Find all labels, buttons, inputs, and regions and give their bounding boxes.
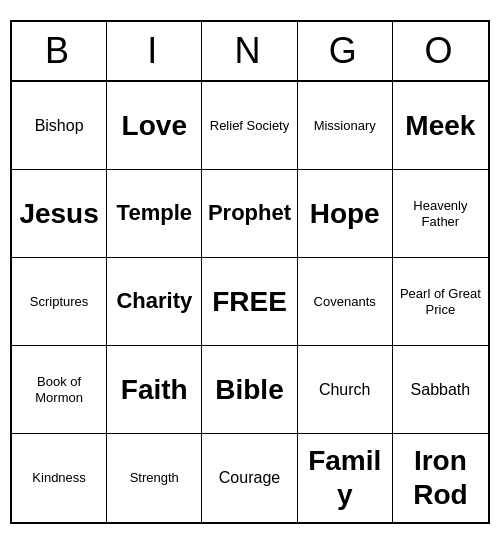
bingo-cell[interactable]: Bishop bbox=[12, 82, 107, 170]
cell-text: Kindness bbox=[32, 470, 85, 486]
cell-text: Family bbox=[302, 444, 388, 511]
bingo-cell[interactable]: Book of Mormon bbox=[12, 346, 107, 434]
bingo-cell[interactable]: Love bbox=[107, 82, 202, 170]
cell-text: Love bbox=[122, 109, 187, 143]
bingo-card: BINGO BishopLoveRelief SocietyMissionary… bbox=[10, 20, 490, 524]
cell-text: Hope bbox=[310, 197, 380, 231]
bingo-cell[interactable]: Covenants bbox=[298, 258, 393, 346]
cell-text: Pearl of Great Price bbox=[397, 286, 484, 317]
cell-text: Bishop bbox=[35, 116, 84, 135]
bingo-cell[interactable]: Jesus bbox=[12, 170, 107, 258]
header-letter: O bbox=[393, 22, 488, 80]
bingo-cell[interactable]: Courage bbox=[202, 434, 297, 522]
cell-text: Church bbox=[319, 380, 371, 399]
cell-text: Faith bbox=[121, 373, 188, 407]
bingo-cell[interactable]: Church bbox=[298, 346, 393, 434]
bingo-cell[interactable]: Missionary bbox=[298, 82, 393, 170]
bingo-cell[interactable]: Strength bbox=[107, 434, 202, 522]
cell-text: Scriptures bbox=[30, 294, 89, 310]
cell-text: Missionary bbox=[314, 118, 376, 134]
bingo-cell[interactable]: Charity bbox=[107, 258, 202, 346]
bingo-cell[interactable]: Faith bbox=[107, 346, 202, 434]
cell-text: Sabbath bbox=[411, 380, 471, 399]
cell-text: Jesus bbox=[19, 197, 98, 231]
bingo-cell[interactable]: Iron Rod bbox=[393, 434, 488, 522]
cell-text: Charity bbox=[116, 288, 192, 314]
cell-text: Temple bbox=[117, 200, 192, 226]
cell-text: Bible bbox=[215, 373, 283, 407]
bingo-cell[interactable]: FREE bbox=[202, 258, 297, 346]
bingo-cell[interactable]: Sabbath bbox=[393, 346, 488, 434]
cell-text: Iron Rod bbox=[397, 444, 484, 511]
header-letter: G bbox=[298, 22, 393, 80]
bingo-header: BINGO bbox=[12, 22, 488, 82]
bingo-cell[interactable]: Pearl of Great Price bbox=[393, 258, 488, 346]
header-letter: B bbox=[12, 22, 107, 80]
cell-text: Heavenly Father bbox=[397, 198, 484, 229]
cell-text: Strength bbox=[130, 470, 179, 486]
cell-text: Book of Mormon bbox=[16, 374, 102, 405]
cell-text: Meek bbox=[405, 109, 475, 143]
bingo-cell[interactable]: Hope bbox=[298, 170, 393, 258]
header-letter: N bbox=[202, 22, 297, 80]
cell-text: Prophet bbox=[208, 200, 291, 226]
bingo-grid: BishopLoveRelief SocietyMissionaryMeekJe… bbox=[12, 82, 488, 522]
bingo-cell[interactable]: Heavenly Father bbox=[393, 170, 488, 258]
bingo-cell[interactable]: Meek bbox=[393, 82, 488, 170]
cell-text: Covenants bbox=[314, 294, 376, 310]
header-letter: I bbox=[107, 22, 202, 80]
bingo-cell[interactable]: Family bbox=[298, 434, 393, 522]
cell-text: FREE bbox=[212, 285, 287, 319]
cell-text: Relief Society bbox=[210, 118, 289, 134]
cell-text: Courage bbox=[219, 468, 280, 487]
bingo-cell[interactable]: Bible bbox=[202, 346, 297, 434]
bingo-cell[interactable]: Kindness bbox=[12, 434, 107, 522]
bingo-cell[interactable]: Prophet bbox=[202, 170, 297, 258]
bingo-cell[interactable]: Scriptures bbox=[12, 258, 107, 346]
bingo-cell[interactable]: Relief Society bbox=[202, 82, 297, 170]
bingo-cell[interactable]: Temple bbox=[107, 170, 202, 258]
